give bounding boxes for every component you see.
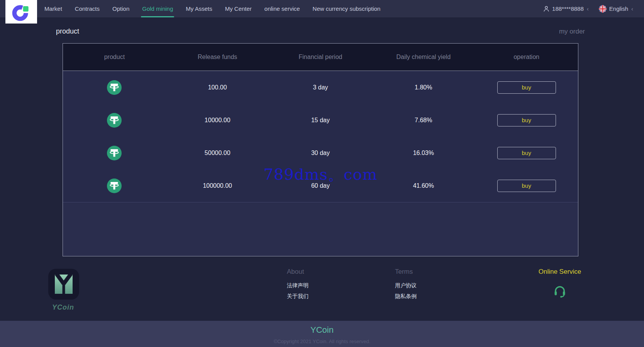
financial-period-value: 30 day bbox=[269, 150, 372, 157]
product-cell bbox=[63, 80, 166, 95]
release-funds-value: 100000.00 bbox=[166, 182, 269, 189]
footer-terms-title: Terms bbox=[395, 268, 417, 276]
bottom-brand: YCoin bbox=[0, 325, 644, 335]
nav-menu: Market Contracts Option Gold mining My A… bbox=[44, 0, 380, 17]
column-header-financial-period: Financial period bbox=[269, 54, 372, 61]
chevron-icon: ‹ bbox=[631, 5, 633, 12]
nav-item-market[interactable]: Market bbox=[44, 0, 62, 17]
table-row: 100000.00 60 day 41.60% buy bbox=[63, 169, 578, 202]
financial-period-value: 60 day bbox=[269, 182, 372, 189]
user-phone: 188****8888 bbox=[552, 5, 584, 12]
financial-period-value: 15 day bbox=[269, 117, 372, 124]
daily-yield-value: 16.03% bbox=[372, 150, 475, 157]
daily-yield-value: 1.80% bbox=[372, 84, 475, 91]
bottom-bar: YCoin ©Copyright 2021 YCoin. All rights … bbox=[0, 321, 644, 347]
footer-about-title: About bbox=[287, 268, 308, 276]
daily-yield-value: 7.68% bbox=[372, 117, 475, 124]
footer-link-about-us[interactable]: 关于我们 bbox=[287, 293, 308, 300]
headset-icon[interactable] bbox=[553, 284, 567, 300]
user-icon bbox=[543, 5, 550, 12]
tether-icon bbox=[107, 179, 122, 193]
brand-logo-icon bbox=[10, 1, 33, 23]
product-cell bbox=[63, 146, 166, 160]
online-service-label[interactable]: Online Service bbox=[533, 268, 587, 276]
buy-button[interactable]: buy bbox=[497, 114, 556, 126]
column-header-operation: operation bbox=[475, 54, 578, 61]
nav-item-contracts[interactable]: Contracts bbox=[75, 0, 100, 17]
screen: Market Contracts Option Gold mining My A… bbox=[0, 0, 644, 347]
my-order-link[interactable]: my order bbox=[559, 28, 585, 35]
navbar: Market Contracts Option Gold mining My A… bbox=[0, 0, 644, 17]
nav-item-gold-mining[interactable]: Gold mining bbox=[142, 0, 173, 17]
footer-link-legal-notice[interactable]: 法律声明 bbox=[287, 282, 308, 289]
main-content: product my order product Release funds F… bbox=[0, 17, 644, 256]
product-table: product Release funds Financial period D… bbox=[63, 43, 578, 256]
footer-link-privacy-policy[interactable]: 隐私条例 bbox=[395, 293, 417, 300]
daily-yield-value: 41.60% bbox=[372, 182, 475, 189]
page-title: product bbox=[56, 27, 79, 35]
nav-item-my-assets[interactable]: My Assets bbox=[186, 0, 212, 17]
user-account-menu[interactable]: 188****8888 ‹ bbox=[543, 5, 589, 12]
column-header-daily-yield: Daily chemical yield bbox=[372, 54, 475, 61]
tether-icon bbox=[107, 146, 122, 160]
nav-item-online-service[interactable]: online service bbox=[264, 0, 300, 17]
copyright-text: ©Copyright 2021 YCoin. All rights reserv… bbox=[0, 339, 644, 344]
buy-button[interactable]: buy bbox=[497, 147, 556, 159]
footer-online-service: Online Service bbox=[533, 268, 587, 300]
table-header: product Release funds Financial period D… bbox=[63, 44, 578, 71]
buy-button[interactable]: buy bbox=[497, 81, 556, 94]
uk-flag-icon bbox=[599, 5, 607, 13]
table-empty-area bbox=[63, 202, 578, 256]
language-label: English bbox=[609, 5, 628, 12]
nav-item-new-currency-subscription[interactable]: New currency subscription bbox=[313, 0, 381, 17]
chevron-icon: ‹ bbox=[587, 5, 589, 12]
table-row: 100.00 3 day 1.80% buy bbox=[63, 71, 578, 104]
column-header-product: product bbox=[63, 54, 166, 61]
financial-period-value: 3 day bbox=[269, 84, 372, 91]
tether-icon bbox=[107, 113, 122, 128]
column-header-release-funds: Release funds bbox=[166, 54, 269, 61]
nav-item-option[interactable]: Option bbox=[112, 0, 129, 17]
release-funds-value: 50000.00 bbox=[166, 150, 269, 157]
footer-link-user-agreement[interactable]: 用户协议 bbox=[395, 282, 417, 289]
footer-about-section: About 法律声明 关于我们 bbox=[287, 268, 308, 304]
language-selector[interactable]: English ‹ bbox=[599, 5, 633, 13]
buy-button[interactable]: buy bbox=[497, 180, 556, 192]
table-row: 10000.00 15 day 7.68% buy bbox=[63, 104, 578, 136]
release-funds-value: 100.00 bbox=[166, 84, 269, 91]
product-cell bbox=[63, 113, 166, 128]
nav-right: 188****8888 ‹ En bbox=[543, 5, 644, 13]
nav-item-my-center[interactable]: My Center bbox=[225, 0, 252, 17]
table-row: 50000.00 30 day 16.03% buy bbox=[63, 136, 578, 169]
product-cell bbox=[63, 179, 166, 193]
footer-terms-section: Terms 用户协议 隐私条例 bbox=[395, 268, 417, 304]
footer: YCoin About 法律声明 关于我们 Terms 用户协议 隐私条例 On… bbox=[0, 256, 644, 321]
tether-icon bbox=[107, 80, 122, 95]
release-funds-value: 10000.00 bbox=[166, 117, 269, 124]
brand-logo[interactable] bbox=[5, 0, 37, 24]
footer-brand: YCoin bbox=[52, 303, 74, 312]
ycoin-logo[interactable] bbox=[48, 269, 79, 300]
ycoin-logo-icon bbox=[48, 269, 79, 300]
